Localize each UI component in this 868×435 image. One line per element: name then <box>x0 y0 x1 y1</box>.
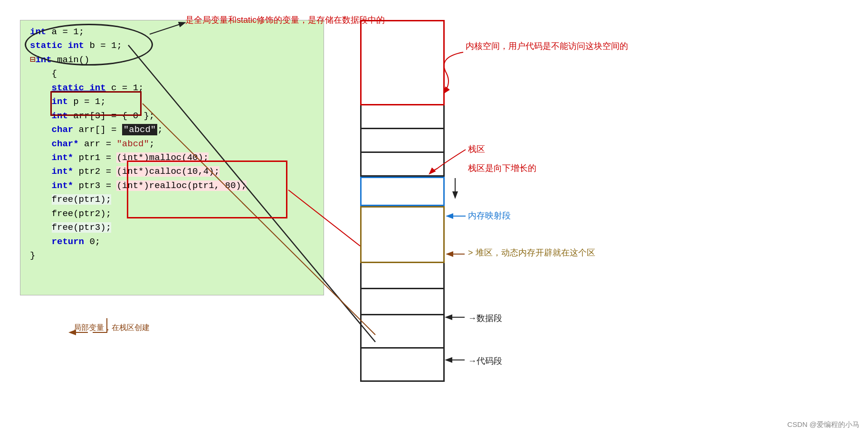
code-line-7: int arr[3] = { 0 }; <box>30 109 319 123</box>
empty-block-2 <box>360 289 445 315</box>
code-line-3: ⊟int main() <box>30 53 319 67</box>
code-area: int a = 1; static int b = 1; ⊟int main()… <box>20 20 324 295</box>
code-line-17: } <box>30 249 319 263</box>
mmap-annotation: 内存映射段 <box>468 210 511 221</box>
code-line-8: char arr[] = "abcd"; <box>30 123 319 137</box>
kernel-block <box>360 20 445 105</box>
code-line-2: static int b = 1; <box>30 39 319 53</box>
stack-block-1 <box>360 105 445 129</box>
code-line-11: int* ptr2 = (int*)calloc(10,4); <box>30 165 319 179</box>
local-var-annotation: 局部变量，在栈区创建 <box>74 323 150 333</box>
stack-grow-annotation: 栈区是向下增长的 <box>468 162 536 174</box>
data-segment-block <box>360 315 445 349</box>
watermark: CSDN @爱编程的小马 <box>787 420 859 429</box>
kernel-annotation: 内核空间，用户代码是不能访问这块空间的 <box>466 40 628 52</box>
code-line-1: int a = 1; <box>30 25 319 39</box>
heap-block <box>360 206 445 263</box>
code-line-9: char* arr = "abcd"; <box>30 137 319 151</box>
stack-annotation: 栈区 <box>468 143 485 155</box>
code-line-6: int p = 1; <box>30 95 319 109</box>
data-annotation: →数据段 <box>468 312 502 324</box>
code-line-5: static int c = 1; <box>30 81 319 95</box>
memory-diagram <box>360 20 445 382</box>
code-line-14: free(ptr2); <box>30 207 319 221</box>
stack-block-2 <box>360 129 445 153</box>
code-line-15: free(ptr3); <box>30 221 319 235</box>
empty-block-1 <box>360 263 445 289</box>
code-line-13: free(ptr1); <box>30 193 319 207</box>
global-var-annotation: 是全局变量和static修饰的变量，是存储在数据段中的 <box>185 14 385 26</box>
stack-block-3 <box>360 153 445 177</box>
heap-annotation: > 堆区，动态内存开辟就在这个区 <box>468 247 595 258</box>
code-line-10: int* ptr1 = (int*)malloc(40); <box>30 151 319 165</box>
code-line-12: int* ptr3 = (int*)realloc(ptr1, 80); <box>30 179 319 193</box>
code-line-4: { <box>30 67 319 81</box>
code-line-16: return 0; <box>30 235 319 249</box>
mmap-block <box>360 177 445 206</box>
code-segment-block <box>360 349 445 382</box>
code-annotation: →代码段 <box>468 355 502 367</box>
